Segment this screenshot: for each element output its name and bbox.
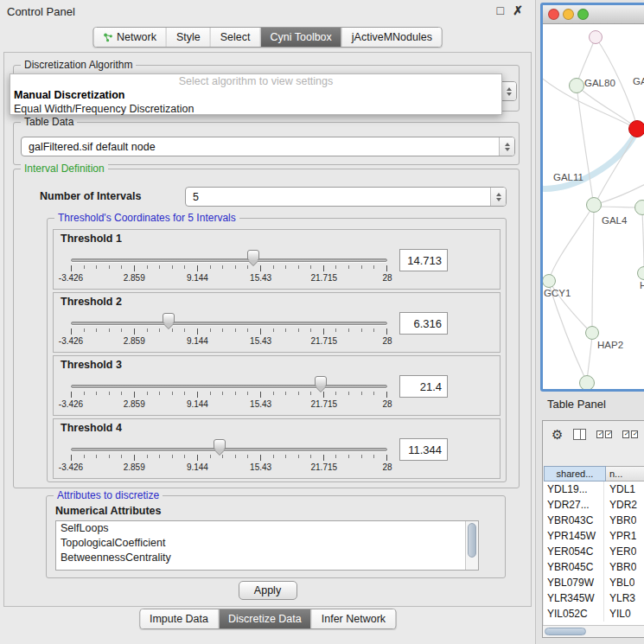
table-row[interactable]: YDL19...YDL1 (544, 481, 644, 497)
bottom-tabbar: Impute Data Discretize Data Infer Networ… (139, 609, 396, 629)
threshold-value[interactable]: 6.316 (399, 312, 448, 335)
zoom-traffic-light-icon[interactable] (577, 9, 589, 20)
threshold-slider[interactable]: -3.4262.8599.14415.4321.71528 (71, 293, 387, 354)
close-icon[interactable]: ✗ (513, 3, 523, 17)
minimize-traffic-light-icon[interactable] (563, 9, 574, 20)
table-panel-window: ⚙ shared... n... YDL19...YDL1YDR27...YDR… (542, 420, 644, 638)
columns-icon[interactable] (573, 429, 586, 440)
network-node-label: HAP2 (597, 340, 623, 350)
slider-tick-labels: -3.4262.8599.14415.4321.71528 (71, 273, 387, 284)
network-icon (103, 33, 112, 42)
horizontal-scrollbar[interactable] (543, 625, 644, 637)
slider-ticks (71, 455, 387, 462)
scrollbar-thumb[interactable] (545, 628, 586, 635)
numerical-attributes-label: Numerical Attributes (55, 505, 161, 517)
slider-ticks (71, 392, 387, 399)
group-title: Table Data (21, 116, 77, 128)
tab-label: Discretize Data (228, 613, 302, 625)
slider-thumb[interactable] (247, 250, 259, 261)
select-all-columns-icon[interactable] (596, 430, 612, 438)
table-row[interactable]: YIL052CYIL0 (544, 606, 644, 622)
tab-cyni-toolbox[interactable]: Cyni Toolbox (259, 28, 341, 47)
tab-label: Select (220, 31, 251, 43)
dropdown-hint: Select algorithm to view settings (10, 74, 501, 88)
network-canvas[interactable]: GAL80GAGAL11GAL4GCY1HHAP2 (543, 24, 644, 389)
network-view-window: GAL80GAGAL11GAL4GCY1HHAP2 (540, 3, 644, 392)
network-node-label: H (640, 280, 644, 290)
list-item[interactable]: BetweennessCentrality (56, 551, 464, 565)
slider-thumb[interactable] (315, 376, 327, 387)
combo-stepper-icon[interactable] (499, 137, 514, 156)
table-row[interactable]: YDR27...YDR2 (544, 497, 644, 513)
tab-network[interactable]: Network (93, 28, 166, 47)
unselect-columns-icon[interactable] (622, 430, 638, 438)
threshold-panel: Threshold 4 -3.4262.8599.14415.4321.7152… (53, 418, 501, 479)
table-row[interactable]: YBR043CYBR0 (544, 513, 644, 528)
tab-discretize-data[interactable]: Discretize Data (218, 609, 311, 628)
control-panel-titlebar: Control Panel □ ✗ (0, 0, 535, 22)
number-of-intervals-label: Number of Intervals (40, 190, 141, 202)
close-traffic-light-icon[interactable] (548, 9, 559, 20)
table-panel-title: Table Panel (547, 398, 606, 411)
network-node[interactable] (634, 200, 644, 215)
group-title: Discretization Algorithm (21, 59, 136, 71)
slider-thumb[interactable] (214, 439, 226, 450)
dropdown-option-manual-discretization[interactable]: Manual Discretization (10, 88, 501, 102)
tab-label: Network (117, 31, 156, 43)
table-header: shared... n... (544, 466, 644, 481)
tab-jactivemnodules[interactable]: jActiveMNodules (341, 28, 442, 47)
table-row[interactable]: YBL079WYBL0 (544, 575, 644, 590)
slider-track[interactable] (71, 385, 387, 388)
slider-track[interactable] (71, 258, 387, 262)
table-row[interactable]: YLR345WYLR3 (544, 590, 644, 606)
float-window-icon[interactable]: □ (497, 3, 504, 17)
network-node[interactable] (569, 78, 584, 93)
tab-label: jActiveMNodules (352, 31, 432, 43)
number-of-intervals-combo[interactable]: 5 (185, 187, 507, 207)
slider-track[interactable] (71, 448, 387, 451)
network-node[interactable] (589, 30, 603, 44)
network-window-titlebar[interactable] (543, 5, 644, 24)
table-row[interactable]: YPR145WYPR1 (544, 528, 644, 544)
network-node[interactable] (628, 120, 644, 137)
slider-ticks (71, 265, 387, 272)
network-node[interactable] (585, 326, 599, 340)
threshold-value[interactable]: 14.713 (399, 249, 448, 271)
numerical-attributes-list[interactable]: SelfLoopsTopologicalCoefficientBetweenne… (55, 520, 479, 571)
network-node[interactable] (586, 197, 602, 213)
dropdown-option-equal-width-frequency[interactable]: Equal Width/Frequency Discretization (10, 102, 501, 116)
tab-label: Infer Network (322, 613, 386, 625)
tab-infer-network[interactable]: Infer Network (311, 609, 395, 628)
list-item[interactable]: TopologicalCoefficient (56, 536, 464, 551)
threshold-value[interactable]: 21.4 (399, 375, 448, 398)
threshold-slider[interactable]: -3.4262.8599.14415.4321.71528 (71, 356, 387, 417)
network-node-label: GAL4 (602, 215, 627, 226)
threshold-value[interactable]: 11.344 (399, 438, 448, 461)
scrollbar-thumb[interactable] (468, 523, 476, 558)
combo-value: 5 (193, 191, 490, 203)
table-toolbar: ⚙ (543, 421, 644, 447)
tab-label: Cyni Toolbox (270, 31, 331, 43)
list-item[interactable]: SelfLoops (56, 521, 464, 536)
slider-tick-labels: -3.4262.8599.14415.4321.71528 (71, 462, 387, 473)
apply-button[interactable]: Apply (239, 581, 297, 600)
tab-impute-data[interactable]: Impute Data (140, 609, 218, 628)
table-body[interactable]: YDL19...YDL1YDR27...YDR2YBR043CYBR0YPR14… (544, 481, 644, 625)
network-node[interactable] (579, 375, 595, 389)
table-data-combo[interactable]: galFiltered.sif default node (21, 137, 515, 156)
network-node-label: GA (633, 76, 644, 86)
column-header-name[interactable]: n... (606, 466, 644, 481)
threshold-slider[interactable]: -3.4262.8599.14415.4321.71528 (71, 230, 387, 290)
attributes-scrollbar[interactable] (465, 521, 478, 570)
table-row[interactable]: YER054CYER0 (544, 544, 644, 559)
threshold-slider[interactable]: -3.4262.8599.14415.4321.71528 (71, 419, 387, 480)
slider-thumb[interactable] (163, 313, 175, 324)
gear-icon[interactable]: ⚙ (552, 428, 563, 441)
slider-track[interactable] (71, 322, 387, 325)
combo-stepper-icon[interactable] (501, 82, 516, 100)
combo-stepper-icon[interactable] (490, 188, 506, 206)
tab-select[interactable]: Select (210, 28, 260, 47)
column-header-shared-name[interactable]: shared... (544, 466, 606, 481)
tab-style[interactable]: Style (166, 28, 210, 47)
table-row[interactable]: YBR045CYBR0 (544, 559, 644, 575)
